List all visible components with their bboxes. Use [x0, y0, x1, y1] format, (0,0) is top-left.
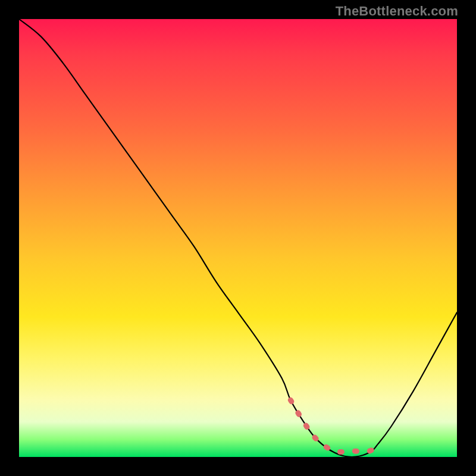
chart-svg [19, 19, 457, 457]
plot-area [19, 19, 457, 457]
outer-frame: TheBottleneck.com [0, 0, 476, 476]
bottleneck-curve-line [19, 19, 457, 457]
optimal-range-marker [290, 400, 378, 452]
attribution-text: TheBottleneck.com [336, 4, 458, 19]
